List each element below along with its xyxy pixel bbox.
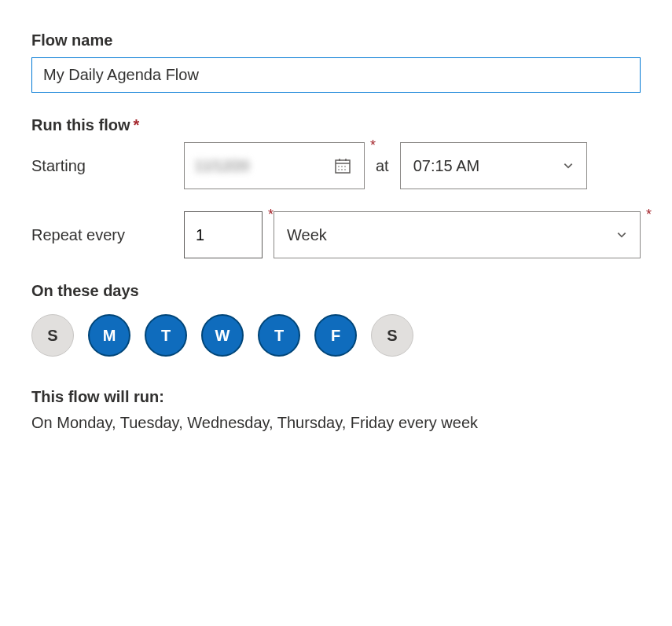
summary-text: On Monday, Tuesday, Wednesday, Thursday,… bbox=[31, 414, 641, 432]
flow-name-group: Flow name bbox=[31, 31, 641, 93]
at-label: at bbox=[376, 157, 389, 175]
starting-row: Starting 11/12/20 bbox=[31, 142, 641, 189]
required-mark: * bbox=[370, 137, 376, 154]
day-toggle-3[interactable]: W bbox=[201, 314, 244, 357]
day-toggle-6[interactable]: S bbox=[371, 314, 413, 357]
day-toggle-4[interactable]: T bbox=[258, 314, 300, 357]
time-select[interactable]: 07:15 AM bbox=[400, 142, 587, 189]
repeat-count-input[interactable] bbox=[184, 211, 263, 258]
starting-label: Starting bbox=[31, 157, 173, 175]
date-picker[interactable]: 11/12/20 bbox=[184, 142, 365, 189]
summary-label: This flow will run: bbox=[31, 388, 641, 406]
day-toggle-5[interactable]: F bbox=[314, 314, 357, 357]
repeat-unit-value: Week bbox=[287, 226, 327, 244]
calendar-icon bbox=[333, 156, 352, 175]
days-label: On these days bbox=[31, 282, 641, 300]
required-mark: * bbox=[646, 207, 652, 223]
svg-point-9 bbox=[344, 169, 346, 170]
required-mark: * bbox=[134, 116, 140, 134]
svg-point-7 bbox=[338, 169, 340, 170]
repeat-unit-select[interactable]: Week bbox=[274, 211, 641, 258]
days-group: On these days SMTWTFS bbox=[31, 282, 641, 357]
svg-point-4 bbox=[338, 166, 340, 167]
repeat-unit-wrapper: Week * bbox=[274, 211, 641, 258]
day-toggle-2[interactable]: T bbox=[145, 314, 187, 357]
svg-point-8 bbox=[341, 169, 343, 170]
flow-name-input[interactable] bbox=[31, 57, 641, 93]
run-flow-label: Run this flow* bbox=[31, 116, 641, 134]
repeat-count-wrapper: * bbox=[184, 211, 263, 258]
run-flow-group: Run this flow* Starting 11/12/20 bbox=[31, 116, 641, 258]
day-toggle-1[interactable]: M bbox=[88, 314, 130, 357]
svg-point-6 bbox=[344, 166, 346, 167]
calendar-button[interactable] bbox=[321, 143, 364, 189]
summary-group: This flow will run: On Monday, Tuesday, … bbox=[31, 388, 641, 432]
date-value: 11/12/20 bbox=[185, 157, 321, 175]
time-value: 07:15 AM bbox=[413, 157, 480, 175]
chevron-down-icon bbox=[616, 229, 627, 240]
days-row: SMTWTFS bbox=[31, 314, 641, 357]
repeat-label: Repeat every bbox=[31, 226, 173, 244]
required-mark: * bbox=[268, 207, 274, 223]
svg-point-5 bbox=[341, 166, 343, 167]
day-toggle-0[interactable]: S bbox=[31, 314, 74, 357]
chevron-down-icon bbox=[563, 160, 574, 171]
repeat-row: Repeat every * Week * bbox=[31, 211, 641, 258]
flow-name-label: Flow name bbox=[31, 31, 641, 49]
svg-rect-0 bbox=[336, 160, 350, 173]
date-wrapper: 11/12/20 * bbox=[184, 142, 365, 189]
run-flow-label-text: Run this flow bbox=[31, 116, 130, 134]
